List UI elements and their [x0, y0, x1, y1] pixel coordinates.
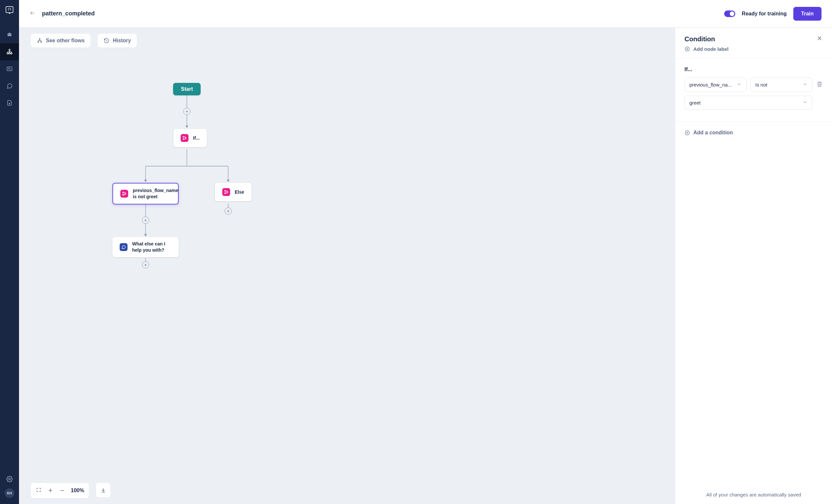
node-start-label: Start	[181, 86, 193, 92]
add-node-button[interactable]: +	[183, 108, 190, 115]
zoom-in-button[interactable]: +	[47, 486, 54, 495]
svg-point-27	[183, 136, 184, 137]
branch-icon	[181, 134, 188, 142]
condition-field-value: previous_flow_na...	[690, 82, 732, 87]
add-node-label-text: Add node label	[693, 46, 729, 52]
sidebar-item-bot[interactable]	[0, 26, 19, 43]
svg-point-34	[225, 193, 226, 194]
branch-icon	[120, 190, 128, 197]
node-if-label: If...	[193, 135, 200, 141]
flow-title: pattern_completed	[42, 10, 95, 17]
condition-operator-select[interactable]: Is not	[750, 78, 812, 92]
add-node-button[interactable]: +	[142, 261, 149, 268]
sidebar-item-file[interactable]	[0, 95, 19, 111]
node-condition-text: previous_flow_name is not greet	[133, 187, 178, 200]
svg-point-31	[123, 194, 124, 195]
svg-rect-9	[7, 67, 12, 71]
autosave-notice: All of your changes are automatically sa…	[675, 485, 832, 504]
topbar: pattern_completed Ready for training Tra…	[19, 0, 832, 28]
condition-value: greet	[690, 100, 701, 106]
svg-point-32	[125, 193, 126, 194]
svg-point-3	[10, 34, 10, 35]
add-condition-label: Add a condition	[693, 130, 733, 136]
svg-point-35	[227, 192, 228, 193]
svg-point-28	[183, 139, 184, 140]
node-else-label: Else	[235, 189, 244, 195]
user-avatar[interactable]: RH	[5, 488, 15, 498]
node-condition-true[interactable]: previous_flow_name is not greet	[112, 183, 179, 205]
svg-rect-0	[6, 6, 13, 12]
fit-view-button[interactable]	[35, 487, 42, 494]
zoom-level: 100%	[71, 487, 84, 494]
svg-point-33	[225, 190, 226, 191]
svg-rect-1	[7, 33, 11, 36]
details-panel: Condition Add node label If... previous_…	[675, 28, 832, 504]
flow-edges	[19, 28, 675, 504]
add-condition-button[interactable]: Add a condition	[675, 122, 832, 143]
sidebar-item-flows[interactable]	[0, 43, 19, 60]
svg-rect-4	[9, 32, 10, 33]
zoom-out-button[interactable]: −	[59, 486, 66, 495]
chevron-down-icon	[803, 100, 807, 106]
svg-point-7	[9, 53, 10, 54]
chat-icon	[120, 243, 128, 251]
canvas[interactable]: See other flows History	[19, 28, 675, 504]
add-node-label-button[interactable]: Add node label	[675, 46, 832, 58]
svg-marker-19	[144, 180, 147, 182]
sidebar-item-forms[interactable]	[0, 60, 19, 77]
svg-point-10	[9, 478, 10, 480]
branch-icon	[222, 188, 230, 196]
sidebar-item-settings[interactable]	[0, 476, 19, 482]
node-start[interactable]: Start	[173, 83, 201, 95]
train-button[interactable]: Train	[793, 7, 822, 21]
download-button[interactable]	[96, 483, 110, 498]
panel-title: Condition	[684, 35, 715, 43]
add-node-button[interactable]: +	[142, 217, 149, 224]
svg-marker-24	[144, 234, 147, 237]
node-message-text: What else can I help you with?	[132, 241, 172, 253]
condition-field-select[interactable]: previous_flow_na...	[684, 78, 747, 92]
node-else[interactable]: Else	[215, 183, 252, 201]
add-node-button[interactable]: +	[225, 207, 232, 215]
ready-label: Ready for training	[742, 11, 787, 17]
condition-operator-value: Is not	[755, 82, 768, 87]
node-if[interactable]: If...	[174, 129, 207, 147]
node-message[interactable]: What else can I help you with?	[112, 237, 179, 257]
svg-point-29	[185, 138, 186, 139]
if-heading: If...	[684, 67, 823, 73]
svg-marker-16	[185, 126, 188, 128]
back-button[interactable]	[29, 10, 36, 18]
svg-point-8	[11, 53, 12, 54]
svg-point-2	[8, 34, 9, 35]
chevron-down-icon	[737, 82, 742, 87]
chevron-down-icon	[803, 82, 807, 87]
delete-condition-button[interactable]	[816, 81, 823, 89]
sidebar-item-chat[interactable]	[0, 77, 19, 95]
condition-value-select[interactable]: greet	[684, 96, 812, 110]
svg-marker-21	[227, 180, 230, 182]
zoom-controls: + − 100%	[31, 483, 89, 498]
ready-toggle[interactable]	[724, 10, 735, 17]
svg-point-6	[7, 53, 8, 54]
svg-point-5	[9, 49, 10, 50]
svg-point-30	[123, 192, 124, 193]
app-logo	[5, 6, 14, 15]
sidebar: RH	[0, 0, 19, 504]
close-panel-button[interactable]	[816, 35, 823, 43]
